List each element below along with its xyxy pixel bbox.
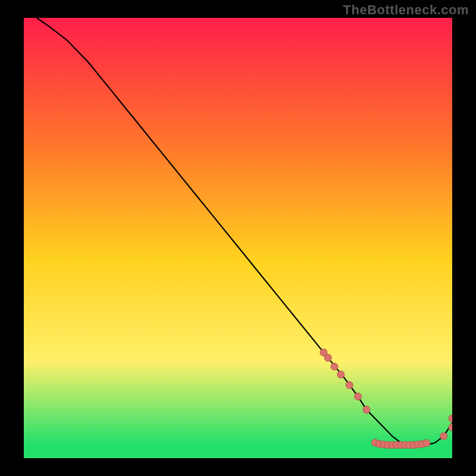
data-marker [346, 381, 353, 389]
plot-area [24, 18, 452, 458]
watermark-text: TheBottleneck.com [343, 2, 469, 18]
data-marker [324, 354, 331, 361]
data-marker [440, 433, 447, 440]
data-marker [337, 371, 345, 378]
data-marker [355, 393, 362, 400]
data-marker [363, 406, 370, 414]
data-marker [331, 363, 338, 370]
gradient-background [24, 18, 452, 458]
data-marker [423, 440, 430, 447]
chart-container: { "watermark": "TheBottleneck.com", "col… [0, 0, 476, 476]
chart-svg [24, 18, 452, 458]
